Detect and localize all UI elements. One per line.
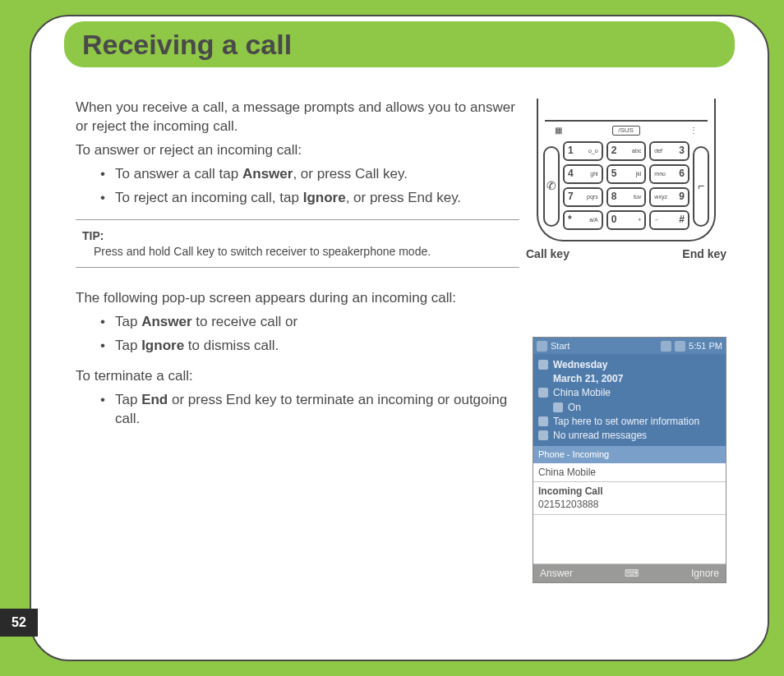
end-key-label: End key	[682, 246, 726, 262]
key-7: 7pqrs	[563, 187, 603, 207]
terminate-heading: To terminate a call:	[76, 367, 519, 386]
flag-icon: ▦	[555, 125, 562, 136]
incoming-call-screenshot: Start 5:51 PM Wednesday March 21, 2007 C…	[533, 337, 726, 583]
answer-reject-list: To answer a call tap Answer, or press Ca…	[76, 165, 519, 208]
text: Tap	[115, 314, 141, 329]
phone-status-row: ▦ /SUS ⋮	[538, 122, 714, 141]
ss-owner: Tap here to set owner information	[553, 415, 699, 428]
text: , or press Call key.	[293, 166, 408, 182]
list-item: Tap End or press End key to terminate an…	[100, 391, 519, 429]
key-3: def3	[649, 141, 689, 161]
call-key-label: Call key	[526, 246, 570, 262]
title-bar: Receiving a call	[64, 21, 735, 67]
keypad-grid: 1o_o 2abc def3 4ghi 5jkl mno6 7pqrs 8tuv…	[563, 141, 689, 230]
list-item: To answer a call tap Answer, or press Ca…	[100, 165, 519, 184]
key-star: *a/A	[563, 210, 603, 230]
phone-figure: ▦ /SUS ⋮ ✆ 1o_o 2abc def3 4ghi 5jkl mno6…	[519, 99, 733, 261]
tip-label: TIP:	[82, 228, 513, 244]
key-0: 0+	[606, 210, 647, 230]
start-label: Start	[551, 340, 570, 352]
text: To answer a call tap	[115, 166, 242, 182]
ss-profile: On	[568, 401, 581, 414]
ss-popup-number: 02151203888	[538, 498, 721, 511]
list-item: To reject an incoming call, tap Ignore, …	[100, 189, 519, 208]
ss-softkey-bar: Answer ⌨ Ignore	[533, 564, 726, 582]
text-column: When you receive a call, a message promp…	[76, 99, 519, 429]
tip-body: Press and hold Call key to switch receiv…	[82, 244, 513, 260]
terminate-list: Tap End or press End key to terminate an…	[76, 391, 519, 429]
ss-date: March 21, 2007	[553, 372, 623, 385]
bold-text: Answer	[242, 166, 293, 182]
key-1: 1o_o	[563, 141, 603, 161]
softkey-answer: Answer	[540, 567, 573, 580]
ss-carrier: China Mobile	[553, 386, 611, 399]
ss-popup-body: Incoming Call 02151203888	[533, 482, 726, 514]
phone-screen-edge	[545, 99, 708, 122]
call-icon: ✆	[546, 178, 556, 194]
ss-popup-operator: China Mobile	[533, 463, 726, 482]
ss-popup-header: Phone - Incoming	[533, 446, 726, 463]
text: to dismiss call.	[184, 338, 279, 353]
list-item: Tap Answer to receive call or	[100, 313, 519, 332]
start-icon	[537, 341, 547, 352]
end-key: ⌐	[693, 146, 709, 227]
sound-icon	[675, 341, 685, 352]
clock-label: 5:51 PM	[689, 340, 722, 352]
text: Tap	[115, 338, 141, 353]
bold-text: Ignore	[303, 190, 346, 205]
key-8: 8tuv	[606, 187, 647, 207]
ss-today-panel: Wednesday March 21, 2007 China Mobile On…	[533, 354, 726, 446]
text: , or press End key.	[346, 190, 461, 205]
ss-unread: No unread messages	[553, 429, 647, 442]
end-icon: ⌐	[698, 178, 704, 194]
text: to receive call or	[192, 314, 298, 329]
tip-box: TIP: Press and hold Call key to switch r…	[76, 219, 519, 269]
key-5: 5jkl	[606, 164, 647, 184]
intro-paragraph-2: To answer or reject an incoming call:	[76, 141, 519, 160]
phone-outline: ▦ /SUS ⋮ ✆ 1o_o 2abc def3 4ghi 5jkl mno6…	[537, 99, 716, 241]
phone-key-labels: Call key End key	[519, 241, 733, 262]
ss-day: Wednesday	[553, 358, 607, 371]
mail-icon	[538, 430, 548, 440]
text: or press End key to terminate an incomin…	[115, 392, 507, 426]
bold-text: Answer	[141, 314, 191, 329]
key-4: 4ghi	[563, 164, 603, 184]
page-frame: Receiving a call When you receive a call…	[30, 15, 769, 661]
softkey-ignore: Ignore	[691, 567, 719, 580]
list-item: Tap Ignore to dismiss call.	[100, 337, 519, 356]
mic-icon: ⋮	[689, 125, 698, 136]
owner-icon	[538, 416, 548, 426]
popup-intro: The following pop-up screen appears duri…	[76, 289, 519, 308]
profile-icon	[553, 402, 563, 412]
bold-text: End	[141, 392, 168, 407]
page-title: Receiving a call	[82, 29, 292, 61]
key-hash: ←#	[649, 210, 689, 230]
page-number-tab: 52	[0, 609, 38, 637]
popup-actions-list: Tap Answer to receive call or Tap Ignore…	[76, 313, 519, 356]
carrier-icon	[538, 388, 548, 398]
ss-popup-title: Incoming Call	[538, 485, 721, 498]
ss-popup-spacer	[533, 515, 726, 564]
key-2: 2abc	[606, 141, 647, 161]
intro-paragraph-1: When you receive a call, a message promp…	[76, 99, 519, 136]
text: To reject an incoming call, tap	[115, 190, 303, 205]
phone-logo: /SUS	[612, 126, 640, 136]
signal-icon	[661, 341, 671, 352]
content-area: When you receive a call, a message promp…	[76, 99, 738, 627]
bold-text: Ignore	[141, 338, 184, 353]
key-9: wxyz9	[649, 187, 689, 207]
keypad-area: ✆ 1o_o 2abc def3 4ghi 5jkl mno6 7pqrs 8t…	[538, 141, 714, 230]
call-key: ✆	[543, 146, 560, 227]
key-6: mno6	[649, 164, 689, 184]
calendar-icon	[538, 360, 548, 370]
text: Tap	[115, 392, 141, 407]
page-number: 52	[12, 615, 26, 630]
keyboard-icon: ⌨	[625, 567, 639, 580]
ss-title-bar: Start 5:51 PM	[533, 338, 726, 354]
